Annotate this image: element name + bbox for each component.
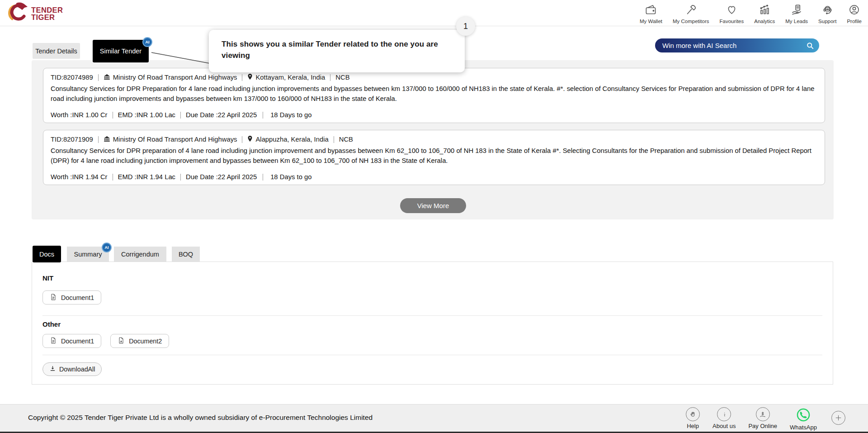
tender-emd: EMD :INR 1.00 Lac (118, 111, 175, 119)
nav-profile[interactable]: Profile (847, 4, 862, 24)
bank-icon (104, 74, 113, 81)
gavel-icon (685, 4, 697, 18)
footer-actions: Help About us Pay Online WhatsApp (686, 407, 845, 431)
divider (113, 112, 113, 119)
search-input[interactable] (655, 41, 806, 50)
location-pin-icon (247, 135, 255, 143)
ai-badge: AI (142, 37, 152, 47)
tab-boq[interactable]: BOQ (172, 247, 200, 262)
tender-bid-type: NCB (339, 136, 353, 143)
profile-icon (848, 4, 860, 18)
footer-help[interactable]: Help (686, 407, 700, 429)
file-doc-icon (50, 293, 57, 302)
header: TENDERTIGER My Wallet My Competitors (0, 0, 868, 26)
tiger-logo-icon (7, 2, 28, 25)
footer-whatsapp[interactable]: WhatsApp (790, 407, 817, 431)
plus-icon (831, 411, 845, 425)
headset-icon (821, 4, 834, 18)
section-divider (42, 355, 822, 355)
tab-corrigendum[interactable]: Corrigendum (114, 247, 166, 262)
page: TENDERTIGER My Wallet My Competitors (0, 0, 868, 433)
tender-authority: Ministry Of Road Transport And Highways (113, 136, 237, 143)
tender-emd: EMD :INR 1.94 Lac (118, 173, 175, 181)
footer: Copyright © 2025 Tender Tiger Private Lt… (0, 404, 868, 432)
divider (98, 136, 99, 143)
info-icon (717, 407, 731, 421)
leads-document-hand-icon (791, 4, 803, 18)
download-all-button[interactable]: DownloadAll (42, 362, 102, 376)
tender-card[interactable]: TID:82074989 Ministry Of Road Transport … (43, 68, 825, 123)
search-icon[interactable] (806, 41, 815, 50)
tender-worth: Worth :INR 1.00 Cr (51, 111, 108, 119)
coach-connector-line (149, 50, 212, 66)
ai-search-bar (655, 38, 819, 52)
other-documents-row: Document1 Document2 (42, 334, 169, 348)
nit-documents-row: Document1 (42, 290, 101, 305)
tender-card[interactable]: TID:82071909 Ministry Of Road Transport … (43, 130, 825, 185)
help-hand-icon (686, 407, 700, 421)
tender-worth: Worth :INR 1.94 Cr (51, 173, 108, 181)
footer-about-us[interactable]: About us (712, 407, 736, 429)
tender-id: TID:82074989 (51, 74, 93, 81)
tender-days-to-go: 18 Days to go (270, 173, 311, 181)
tab-similar-tender[interactable]: Similar Tender (93, 40, 149, 62)
other-section-title: Other (42, 320, 61, 328)
tender-description: Consultancy Services for DPR preparation… (51, 146, 817, 166)
divider (180, 112, 181, 119)
divider (180, 174, 181, 181)
file-doc-icon (50, 337, 57, 346)
brand-logo[interactable]: TENDERTIGER (7, 2, 63, 25)
footer-pay-online[interactable]: Pay Online (748, 407, 777, 429)
nit-section-title: NIT (42, 274, 53, 282)
divider (263, 112, 263, 119)
divider (263, 174, 263, 181)
nav-my-wallet[interactable]: My Wallet (640, 4, 662, 24)
tender-authority: Ministry Of Road Transport And Highways (113, 74, 237, 81)
tender-card-header: TID:82071909 Ministry Of Road Transport … (51, 135, 817, 143)
tender-meta: Worth :INR 1.00 Cr EMD :INR 1.00 Lac Due… (51, 111, 311, 119)
tender-id: TID:82071909 (51, 136, 93, 143)
heart-icon (726, 4, 738, 18)
tender-description: Consultancy Services for DPR Preparation… (51, 84, 817, 104)
bank-icon (104, 136, 113, 143)
tender-bid-type: NCB (335, 74, 349, 81)
footer-more-actions[interactable] (831, 411, 845, 425)
ai-badge: AI (102, 243, 112, 252)
nav-analytics[interactable]: Analytics (754, 4, 775, 24)
view-more-button[interactable]: View More (400, 198, 466, 213)
section-divider (42, 315, 822, 316)
tender-card-header: TID:82074989 Ministry Of Road Transport … (51, 73, 817, 81)
tender-location: Kottayam, Kerala, India (255, 74, 325, 81)
whatsapp-icon (796, 407, 811, 423)
tab-docs[interactable]: Docs (33, 246, 61, 262)
tender-meta: Worth :INR 1.94 Cr EMD :INR 1.94 Lac Due… (51, 173, 311, 181)
divider (98, 74, 99, 81)
coach-tooltip: This shows you a similar Tender related … (209, 30, 465, 72)
pay-dollar-icon (756, 407, 770, 421)
wallet-icon (645, 4, 657, 18)
divider (113, 174, 113, 181)
location-pin-icon (247, 73, 255, 81)
analytics-icon (759, 4, 771, 18)
document-button[interactable]: Document1 (42, 290, 101, 305)
document-button[interactable]: Document1 (42, 334, 101, 348)
divider (242, 136, 242, 143)
coach-step-badge: 1 (456, 17, 475, 36)
tab-tender-details[interactable]: Tender Details (33, 43, 80, 59)
nav-my-competitors[interactable]: My Competitors (673, 4, 709, 24)
divider (334, 136, 334, 143)
docs-panel: NIT Document1 Other Document1 (32, 262, 833, 385)
download-icon (49, 365, 56, 373)
tender-days-to-go: 18 Days to go (270, 111, 311, 119)
top-navigation: My Wallet My Competitors Favourites Anal… (640, 4, 862, 24)
tender-location: Alappuzha, Kerala, India (255, 136, 328, 143)
copyright-text: Copyright © 2025 Tender Tiger Private Lt… (28, 414, 373, 422)
divider (242, 74, 242, 81)
document-button[interactable]: Document2 (110, 334, 169, 348)
nav-my-leads[interactable]: My Leads (785, 4, 808, 24)
tender-due-date: Due Date :22 April 2025 (186, 111, 257, 119)
file-pdf-icon (118, 337, 125, 346)
nav-support[interactable]: Support (818, 4, 836, 24)
nav-favourites[interactable]: Favourites (720, 4, 744, 24)
coach-message: This shows you a similar Tender related … (222, 38, 451, 61)
